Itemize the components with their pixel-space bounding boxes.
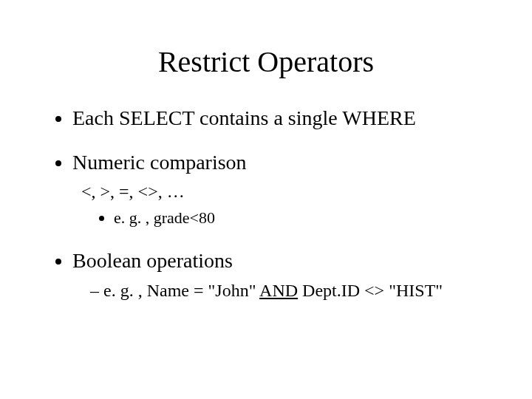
bullet-2-sub: <, >, =, <>, … [81,180,495,203]
bullet-3-example-and: AND [259,281,298,300]
slide: Restrict Operators Each SELECT contains … [0,0,532,399]
bullet-item-1: Each SELECT contains a single WHERE [72,106,495,131]
bullet-text-1: Each SELECT contains a single WHERE [72,106,416,129]
bullet-3-example: e. g. , Name = "John" AND Dept.ID <> "HI… [90,279,495,302]
bullet-3-sublist: e. g. , Name = "John" AND Dept.ID <> "HI… [90,279,495,302]
bullet-text-2: Numeric comparison [72,151,247,174]
bullet-2-example-list: e. g. , grade<80 [72,208,495,229]
bullet-list: Each SELECT contains a single WHERE Nume… [37,106,495,302]
bullet-item-3: Boolean operations e. g. , Name = "John"… [72,248,495,302]
bullet-3-example-post: Dept.ID <> "HIST" [298,281,443,300]
bullet-item-2: Numeric comparison <, >, =, <>, … e. g. … [72,150,495,229]
slide-title: Restrict Operators [37,44,495,79]
bullet-text-3: Boolean operations [72,249,233,272]
bullet-2-example: e. g. , grade<80 [114,208,495,229]
bullet-3-example-pre: e. g. , Name = "John" [103,281,259,300]
